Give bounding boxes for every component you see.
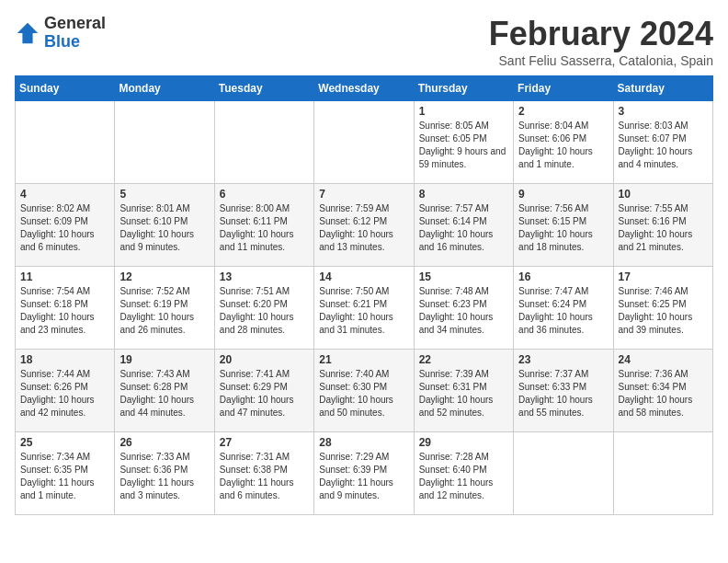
day-info: Sunrise: 7:36 AM Sunset: 6:34 PM Dayligh… xyxy=(619,368,708,419)
day-cell: 1Sunrise: 8:05 AM Sunset: 6:05 PM Daylig… xyxy=(414,101,513,184)
day-number: 10 xyxy=(619,188,708,201)
day-number: 13 xyxy=(220,270,309,283)
header-sunday: Sunday xyxy=(16,76,115,101)
day-cell: 12Sunrise: 7:52 AM Sunset: 6:19 PM Dayli… xyxy=(115,267,214,350)
day-cell: 24Sunrise: 7:36 AM Sunset: 6:34 PM Dayli… xyxy=(613,350,712,432)
day-number: 23 xyxy=(518,353,608,366)
day-cell: 16Sunrise: 7:47 AM Sunset: 6:24 PM Dayli… xyxy=(514,267,613,350)
logo-icon xyxy=(15,20,40,46)
day-number: 14 xyxy=(319,270,408,283)
day-number: 29 xyxy=(419,436,508,449)
day-info: Sunrise: 7:39 AM Sunset: 6:31 PM Dayligh… xyxy=(419,368,508,419)
day-info: Sunrise: 8:02 AM Sunset: 6:09 PM Dayligh… xyxy=(20,202,109,254)
header-row: SundayMondayTuesdayWednesdayThursdayFrid… xyxy=(16,76,713,101)
day-number: 5 xyxy=(119,188,209,201)
logo-blue: Blue xyxy=(44,33,106,52)
week-row-3: 11Sunrise: 7:54 AM Sunset: 6:18 PM Dayli… xyxy=(16,267,713,350)
day-cell: 9Sunrise: 7:56 AM Sunset: 6:15 PM Daylig… xyxy=(514,184,613,267)
day-info: Sunrise: 7:47 AM Sunset: 6:24 PM Dayligh… xyxy=(518,285,608,337)
day-info: Sunrise: 7:40 AM Sunset: 6:30 PM Dayligh… xyxy=(319,368,408,419)
day-info: Sunrise: 7:50 AM Sunset: 6:21 PM Dayligh… xyxy=(319,285,408,337)
day-info: Sunrise: 7:46 AM Sunset: 6:25 PM Dayligh… xyxy=(619,285,708,337)
day-cell: 7Sunrise: 7:59 AM Sunset: 6:12 PM Daylig… xyxy=(314,184,414,267)
day-number: 4 xyxy=(20,188,109,201)
calendar-body: 1Sunrise: 8:05 AM Sunset: 6:05 PM Daylig… xyxy=(16,101,713,515)
day-cell xyxy=(16,101,115,184)
day-number: 25 xyxy=(20,436,109,449)
header-monday: Monday xyxy=(115,76,214,101)
day-cell xyxy=(214,101,313,184)
title-area: February 2024 Sant Feliu Sasserra, Catal… xyxy=(489,15,713,68)
day-cell: 23Sunrise: 7:37 AM Sunset: 6:33 PM Dayli… xyxy=(514,350,613,432)
day-info: Sunrise: 7:34 AM Sunset: 6:35 PM Dayligh… xyxy=(20,451,109,502)
day-info: Sunrise: 7:33 AM Sunset: 6:36 PM Dayligh… xyxy=(119,451,209,502)
day-info: Sunrise: 7:44 AM Sunset: 6:26 PM Dayligh… xyxy=(20,368,109,419)
day-number: 16 xyxy=(518,270,608,283)
day-info: Sunrise: 8:03 AM Sunset: 6:07 PM Dayligh… xyxy=(619,120,708,171)
day-info: Sunrise: 8:00 AM Sunset: 6:11 PM Dayligh… xyxy=(220,202,309,254)
logo-text: General Blue xyxy=(44,15,106,52)
day-cell: 13Sunrise: 7:51 AM Sunset: 6:20 PM Dayli… xyxy=(214,267,313,350)
day-number: 21 xyxy=(319,353,408,366)
day-cell xyxy=(115,101,214,184)
day-info: Sunrise: 7:43 AM Sunset: 6:28 PM Dayligh… xyxy=(119,368,209,419)
day-info: Sunrise: 8:05 AM Sunset: 6:05 PM Dayligh… xyxy=(419,120,508,171)
header-wednesday: Wednesday xyxy=(314,76,414,101)
week-row-5: 25Sunrise: 7:34 AM Sunset: 6:35 PM Dayli… xyxy=(16,432,713,515)
day-cell xyxy=(314,101,414,184)
day-cell: 18Sunrise: 7:44 AM Sunset: 6:26 PM Dayli… xyxy=(16,350,115,432)
day-cell: 21Sunrise: 7:40 AM Sunset: 6:30 PM Dayli… xyxy=(314,350,414,432)
day-cell: 10Sunrise: 7:55 AM Sunset: 6:16 PM Dayli… xyxy=(613,184,712,267)
day-number: 12 xyxy=(119,270,209,283)
day-number: 24 xyxy=(619,353,708,366)
day-cell: 20Sunrise: 7:41 AM Sunset: 6:29 PM Dayli… xyxy=(214,350,313,432)
day-number: 1 xyxy=(419,105,508,118)
day-number: 22 xyxy=(419,353,508,366)
day-info: Sunrise: 7:56 AM Sunset: 6:15 PM Dayligh… xyxy=(518,202,608,254)
logo-general: General xyxy=(44,15,106,33)
day-info: Sunrise: 7:48 AM Sunset: 6:23 PM Dayligh… xyxy=(419,285,508,337)
day-info: Sunrise: 8:01 AM Sunset: 6:10 PM Dayligh… xyxy=(119,202,209,254)
day-cell: 29Sunrise: 7:28 AM Sunset: 6:40 PM Dayli… xyxy=(414,432,513,515)
day-cell: 15Sunrise: 7:48 AM Sunset: 6:23 PM Dayli… xyxy=(414,267,513,350)
day-cell: 2Sunrise: 8:04 AM Sunset: 6:06 PM Daylig… xyxy=(514,101,613,184)
day-cell: 17Sunrise: 7:46 AM Sunset: 6:25 PM Dayli… xyxy=(613,267,712,350)
week-row-2: 4Sunrise: 8:02 AM Sunset: 6:09 PM Daylig… xyxy=(16,184,713,267)
day-cell xyxy=(613,432,712,515)
day-number: 11 xyxy=(20,270,109,283)
month-title: February 2024 xyxy=(489,15,713,53)
day-number: 7 xyxy=(319,188,408,201)
page-header: General Blue February 2024 Sant Feliu Sa… xyxy=(15,15,713,68)
day-number: 17 xyxy=(619,270,708,283)
day-number: 9 xyxy=(518,188,608,201)
day-cell: 26Sunrise: 7:33 AM Sunset: 6:36 PM Dayli… xyxy=(115,432,214,515)
location: Sant Feliu Sasserra, Catalonia, Spain xyxy=(489,53,713,68)
day-cell: 14Sunrise: 7:50 AM Sunset: 6:21 PM Dayli… xyxy=(314,267,414,350)
day-cell: 25Sunrise: 7:34 AM Sunset: 6:35 PM Dayli… xyxy=(16,432,115,515)
header-saturday: Saturday xyxy=(613,76,712,101)
day-info: Sunrise: 7:37 AM Sunset: 6:33 PM Dayligh… xyxy=(518,368,608,419)
day-number: 15 xyxy=(419,270,508,283)
day-cell: 5Sunrise: 8:01 AM Sunset: 6:10 PM Daylig… xyxy=(115,184,214,267)
day-cell: 3Sunrise: 8:03 AM Sunset: 6:07 PM Daylig… xyxy=(613,101,712,184)
day-cell: 27Sunrise: 7:31 AM Sunset: 6:38 PM Dayli… xyxy=(214,432,313,515)
day-number: 18 xyxy=(20,353,109,366)
day-cell: 11Sunrise: 7:54 AM Sunset: 6:18 PM Dayli… xyxy=(16,267,115,350)
day-info: Sunrise: 7:59 AM Sunset: 6:12 PM Dayligh… xyxy=(319,202,408,254)
day-info: Sunrise: 7:29 AM Sunset: 6:39 PM Dayligh… xyxy=(319,451,408,502)
day-number: 26 xyxy=(119,436,209,449)
day-number: 6 xyxy=(220,188,309,201)
day-number: 28 xyxy=(319,436,408,449)
day-info: Sunrise: 7:41 AM Sunset: 6:29 PM Dayligh… xyxy=(220,368,309,419)
week-row-4: 18Sunrise: 7:44 AM Sunset: 6:26 PM Dayli… xyxy=(16,350,713,432)
day-cell: 19Sunrise: 7:43 AM Sunset: 6:28 PM Dayli… xyxy=(115,350,214,432)
calendar-table: SundayMondayTuesdayWednesdayThursdayFrid… xyxy=(15,75,713,515)
header-thursday: Thursday xyxy=(414,76,513,101)
day-number: 27 xyxy=(220,436,309,449)
day-cell: 4Sunrise: 8:02 AM Sunset: 6:09 PM Daylig… xyxy=(16,184,115,267)
header-friday: Friday xyxy=(514,76,613,101)
day-number: 3 xyxy=(619,105,708,118)
day-info: Sunrise: 8:04 AM Sunset: 6:06 PM Dayligh… xyxy=(518,120,608,171)
day-info: Sunrise: 7:54 AM Sunset: 6:18 PM Dayligh… xyxy=(20,285,109,337)
day-cell xyxy=(514,432,613,515)
